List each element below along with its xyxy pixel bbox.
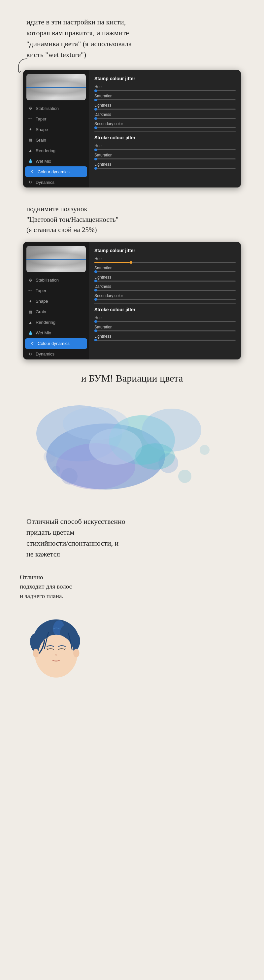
- lightness-slider-2[interactable]: [94, 280, 235, 282]
- watercolor-splash-section: [0, 390, 264, 496]
- stroke-hue-slider-2[interactable]: [94, 321, 235, 322]
- curved-arrow-icon: [13, 57, 33, 76]
- stamp-jitter-title-2: Stamp colour jitter: [94, 248, 235, 253]
- gear-icon-2: ⚙: [28, 278, 33, 283]
- secondary-slider-2[interactable]: [94, 299, 235, 300]
- saturation-slider-1[interactable]: [94, 99, 235, 100]
- shape-icon-2: ✦: [28, 299, 33, 304]
- brush-studio-panel-2: ⚙ Stabilisation 〰 Taper ✦ Shape ▦ Grain …: [16, 242, 248, 360]
- saturation-row-2: Saturation: [94, 266, 235, 272]
- sidebar-1: ⚙ Stabilisation 〰 Taper ✦ Shape ▦ Grain …: [23, 70, 89, 188]
- svg-point-25: [33, 649, 39, 657]
- sidebar-item-colourdynamics-2[interactable]: ✡ Colour dynamics: [25, 338, 87, 349]
- wetmix-icon-2: 💧: [28, 330, 33, 336]
- svg-point-10: [63, 407, 129, 440]
- bs-content-2: Stamp colour jitter Hue Saturation: [89, 242, 241, 360]
- colourdynamics-icon-2: ✡: [30, 341, 35, 346]
- character-face-svg: [20, 604, 92, 690]
- stroke-hue-slider-1[interactable]: [94, 149, 235, 150]
- svg-point-13: [200, 445, 210, 455]
- bs-content-1: Stamp colour jitter Hue Saturation: [89, 70, 241, 188]
- stroke-jitter-title-1: Stroke colour jitter: [94, 135, 235, 140]
- secondary-row-1: Secondary color: [94, 121, 235, 128]
- colourdynamics-icon: ✡: [30, 169, 35, 174]
- dynamics-icon: ↻: [28, 180, 33, 185]
- sidebar-item-shape-2[interactable]: ✦ Shape: [23, 296, 89, 307]
- saturation-row-1: Saturation: [94, 94, 235, 100]
- sidebar-item-stabilisation-2[interactable]: ⚙ Stabilisation: [23, 275, 89, 286]
- grain-icon: ▦: [28, 137, 33, 143]
- bump-text: и БУМ! Вариации цвета: [0, 369, 264, 387]
- darkness-row-2: Darkness: [94, 284, 235, 291]
- sidebar-item-shape-1[interactable]: ✦ Shape: [23, 124, 89, 135]
- hue-row-2: Hue: [94, 256, 235, 263]
- slider-note: поднимите ползунок "Цветовой тон/Насыщен…: [0, 197, 264, 239]
- intro-text: идите в эти настройки на кисти, которая …: [0, 6, 264, 67]
- sidebar-item-grain-2[interactable]: ▦ Grain: [23, 307, 89, 317]
- sidebar-item-wetmix-1[interactable]: 💧 Wet Mix: [23, 156, 89, 166]
- darkness-slider-1[interactable]: [94, 118, 235, 119]
- brush-studio-panel-1: ⚙ Stabilisation 〰 Taper ✦ Shape ▦ Grain …: [16, 70, 248, 188]
- svg-point-12: [52, 466, 60, 474]
- page-container: идите в эти настройки на кисти, которая …: [0, 0, 264, 705]
- gear-icon: ⚙: [28, 106, 33, 111]
- taper-icon-2: 〰: [28, 288, 33, 293]
- brush-preview-1: [26, 74, 86, 100]
- svg-point-26: [73, 649, 80, 657]
- stroke-saturation-slider-2[interactable]: [94, 330, 235, 331]
- stroke-saturation-row-2: Saturation: [94, 325, 235, 331]
- watercolor-splash: [30, 390, 234, 496]
- stroke-lightness-row-1: Lightness: [94, 162, 235, 169]
- stamp-jitter-title-1: Stamp colour jitter: [94, 76, 235, 81]
- darkness-slider-2[interactable]: [94, 290, 235, 291]
- wetmix-icon: 💧: [28, 158, 33, 164]
- stroke-saturation-row-1: Saturation: [94, 153, 235, 159]
- taper-icon: 〰: [28, 116, 33, 121]
- character-image-area: Отлично подходит для волос и заднего пла…: [20, 573, 106, 692]
- hue-row-1: Hue: [94, 84, 235, 91]
- secondary-slider-1[interactable]: [94, 127, 235, 128]
- splash-svg: [30, 390, 234, 496]
- sidebar-item-stabilisation-1[interactable]: ⚙ Stabilisation: [23, 103, 89, 113]
- stroke-hue-row-2: Hue: [94, 315, 235, 322]
- sidebar-item-rendering-2[interactable]: ▲ Rendering: [23, 317, 89, 328]
- hue-slider-1[interactable]: [94, 90, 235, 91]
- stroke-lightness-slider-1[interactable]: [94, 168, 235, 169]
- svg-point-7: [178, 470, 191, 483]
- sidebar-2: ⚙ Stabilisation 〰 Taper ✦ Shape ▦ Grain …: [23, 242, 89, 360]
- lightness-row-2: Lightness: [94, 275, 235, 282]
- shape-icon: ✦: [28, 127, 33, 132]
- saturation-slider-2[interactable]: [94, 271, 235, 272]
- lightness-slider-1[interactable]: [94, 108, 235, 110]
- sidebar-item-colourdynamics-1[interactable]: ✡ Colour dynamics: [25, 166, 87, 177]
- darkness-row-1: Darkness: [94, 112, 235, 119]
- stroke-hue-row-1: Hue: [94, 143, 235, 150]
- sidebar-item-dynamics-1[interactable]: ↻ Dynamics: [23, 177, 89, 188]
- stroke-jitter-title-2: Stroke colour jitter: [94, 307, 235, 312]
- stroke-lightness-row-2: Lightness: [94, 334, 235, 340]
- stroke-lightness-slider-2[interactable]: [94, 340, 235, 340]
- sidebar-item-grain-1[interactable]: ▦ Grain: [23, 135, 89, 145]
- sidebar-item-taper-1[interactable]: 〰 Taper: [23, 113, 89, 124]
- stroke-saturation-slider-1[interactable]: [94, 158, 235, 159]
- dynamics-icon-2: ↻: [28, 352, 33, 357]
- svg-point-8: [61, 468, 78, 485]
- svg-point-9: [135, 443, 175, 470]
- character-section: Отлично подходит для волос и заднего пла…: [0, 566, 264, 698]
- rendering-icon-2: ▲: [28, 320, 33, 325]
- rendering-icon: ▲: [28, 148, 33, 153]
- sidebar-item-wetmix-2[interactable]: 💧 Wet Mix: [23, 328, 89, 338]
- hue-slider-2[interactable]: [94, 262, 235, 263]
- outro-text: Отличный способ искусственно придать цве…: [0, 506, 264, 566]
- sidebar-item-dynamics-2[interactable]: ↻ Dynamics: [23, 349, 89, 360]
- sidebar-item-taper-2[interactable]: 〰 Taper: [23, 286, 89, 296]
- brush-preview-2: [26, 246, 86, 272]
- grain-icon-2: ▦: [28, 309, 33, 315]
- svg-point-24: [38, 635, 74, 675]
- sidebar-item-rendering-1[interactable]: ▲ Rendering: [23, 145, 89, 156]
- secondary-row-2: Secondary color: [94, 293, 235, 300]
- lightness-row-1: Lightness: [94, 103, 235, 110]
- svg-point-11: [44, 450, 56, 463]
- character-note: Отлично подходит для волос и заднего пла…: [20, 573, 106, 601]
